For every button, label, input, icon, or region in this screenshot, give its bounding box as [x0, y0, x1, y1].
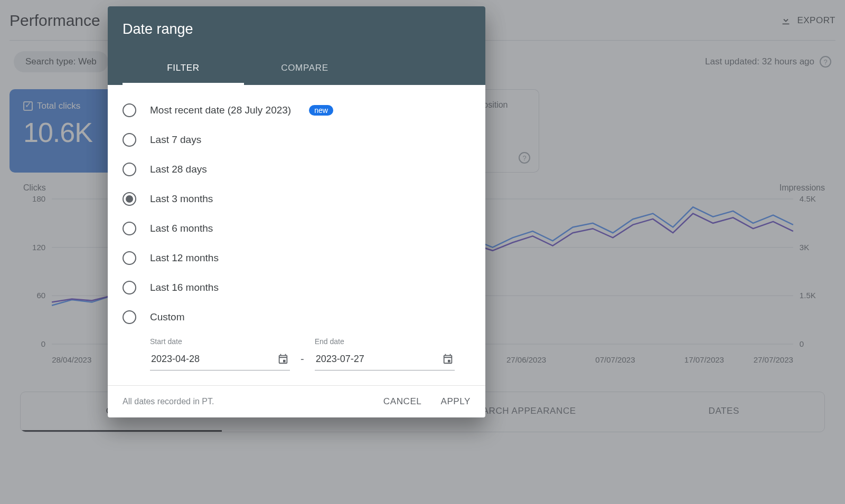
start-date-field: Start date 2023-04-28: [150, 337, 290, 370]
tab-compare[interactable]: COMPARE: [244, 53, 365, 85]
date-option-7d[interactable]: Last 7 days: [123, 125, 471, 155]
start-date-input[interactable]: 2023-04-28: [150, 350, 290, 370]
tab-filter[interactable]: FILTER: [123, 53, 244, 85]
option-label: Custom: [150, 311, 184, 323]
date-range-dialog: Date range FILTER COMPARE Most recent da…: [108, 6, 485, 417]
dialog-title: Date range: [123, 21, 471, 37]
custom-date-fields: Start date 2023-04-28 - End date 2023-07…: [108, 337, 485, 385]
date-separator: -: [301, 353, 304, 370]
radio-icon: [123, 251, 136, 265]
radio-icon: [123, 133, 136, 147]
start-date-label: Start date: [150, 337, 290, 346]
start-date-value: 2023-04-28: [151, 354, 200, 365]
radio-icon: [123, 310, 136, 324]
date-option-28d[interactable]: Last 28 days: [123, 155, 471, 184]
dialog-footer: All dates recorded in PT. CANCEL APPLY: [108, 385, 485, 417]
date-option-custom[interactable]: Custom: [123, 302, 471, 332]
end-date-field: End date 2023-07-27: [315, 337, 455, 370]
calendar-icon: [277, 353, 289, 365]
radio-icon: [123, 103, 136, 117]
option-label: Last 6 months: [150, 223, 213, 234]
date-option-6m[interactable]: Last 6 months: [123, 214, 471, 243]
radio-icon: [123, 281, 136, 294]
date-options-list: Most recent date (28 July 2023)newLast 7…: [108, 85, 485, 337]
option-label: Last 3 months: [150, 193, 213, 205]
radio-icon: [123, 163, 136, 176]
date-option-3m[interactable]: Last 3 months: [123, 184, 471, 214]
date-option-12m[interactable]: Last 12 months: [123, 243, 471, 273]
end-date-label: End date: [315, 337, 455, 346]
option-label: Last 28 days: [150, 164, 207, 175]
radio-icon: [123, 192, 136, 206]
end-date-input[interactable]: 2023-07-27: [315, 350, 455, 370]
footer-buttons: CANCEL APPLY: [383, 396, 471, 407]
option-label: Last 7 days: [150, 134, 201, 146]
apply-button[interactable]: APPLY: [440, 396, 471, 407]
end-date-value: 2023-07-27: [316, 354, 364, 365]
option-label: Most recent date (28 July 2023): [150, 104, 291, 116]
calendar-icon: [442, 353, 454, 365]
date-option-16m[interactable]: Last 16 months: [123, 273, 471, 302]
new-badge: new: [309, 105, 333, 116]
date-option-most_recent[interactable]: Most recent date (28 July 2023)new: [123, 96, 471, 125]
radio-icon: [123, 222, 136, 235]
option-label: Last 16 months: [150, 282, 219, 293]
footer-note: All dates recorded in PT.: [123, 397, 214, 406]
dialog-tabs: FILTER COMPARE: [123, 53, 471, 85]
dialog-header: Date range FILTER COMPARE: [108, 6, 485, 85]
cancel-button[interactable]: CANCEL: [383, 396, 422, 407]
option-label: Last 12 months: [150, 252, 219, 264]
